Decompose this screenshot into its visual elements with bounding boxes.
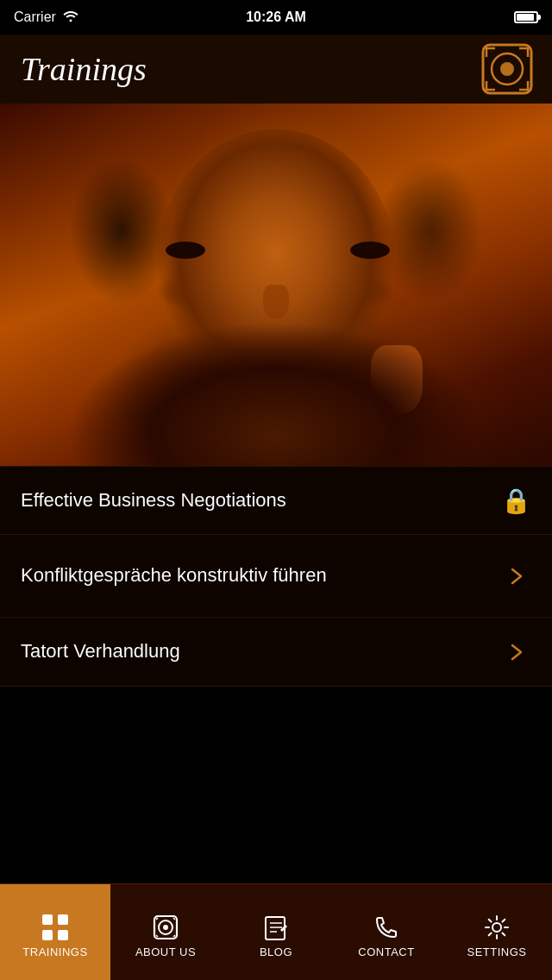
- list-item[interactable]: Effective Business Negotiations 🔒: [0, 466, 552, 535]
- list-item[interactable]: Tatort Verhandlung: [0, 618, 552, 687]
- tab-contact-label: Contact: [358, 945, 414, 958]
- blog-icon: [261, 913, 291, 942]
- status-time: 10:26 AM: [246, 9, 306, 25]
- svg-rect-6: [58, 930, 68, 940]
- tab-trainings[interactable]: Trainings: [0, 884, 110, 980]
- training-list: Effective Business Negotiations 🔒 Konfli…: [0, 466, 552, 687]
- tab-about-label: About Us: [135, 945, 196, 958]
- tab-trainings-label: Trainings: [22, 945, 87, 958]
- list-item-label: Effective Business Negotiations: [21, 488, 500, 513]
- tab-about-us[interactable]: About Us: [110, 884, 221, 980]
- battery-icon: [514, 11, 538, 23]
- svg-point-9: [163, 925, 168, 930]
- svg-rect-3: [42, 914, 53, 925]
- settings-icon: [482, 913, 511, 942]
- svg-rect-5: [42, 930, 53, 940]
- tab-contact[interactable]: Contact: [331, 884, 442, 980]
- status-right: [514, 11, 538, 23]
- list-item[interactable]: Konfliktgespräche konstruktiv führen: [0, 535, 552, 618]
- tab-bar: Trainings About Us: [0, 883, 552, 980]
- app-header: Trainings: [0, 35, 552, 104]
- status-bar: Carrier 10:26 AM: [0, 0, 552, 35]
- svg-point-11: [492, 923, 501, 932]
- tab-blog[interactable]: Blog: [221, 884, 331, 980]
- svg-point-2: [500, 62, 514, 76]
- arrow-icon: [500, 561, 531, 592]
- wifi-icon: [63, 9, 78, 25]
- list-item-label: Tatort Verhandlung: [21, 639, 500, 664]
- svg-rect-10: [266, 917, 285, 939]
- status-left: Carrier: [14, 9, 78, 25]
- tab-settings[interactable]: Settings: [442, 884, 552, 980]
- svg-rect-4: [58, 914, 68, 925]
- contact-icon: [372, 913, 401, 942]
- list-item-label: Konfliktgespräche konstruktiv führen: [21, 563, 500, 588]
- about-icon: [151, 913, 180, 942]
- arrow-icon: [500, 637, 531, 668]
- tab-blog-label: Blog: [260, 945, 292, 958]
- hero-image: [0, 104, 552, 466]
- app-logo[interactable]: [480, 41, 535, 97]
- tab-settings-label: Settings: [467, 945, 526, 958]
- trainings-icon: [41, 913, 70, 942]
- carrier-label: Carrier: [14, 9, 56, 25]
- page-title: Trainings: [21, 50, 147, 88]
- lock-icon: 🔒: [500, 485, 531, 516]
